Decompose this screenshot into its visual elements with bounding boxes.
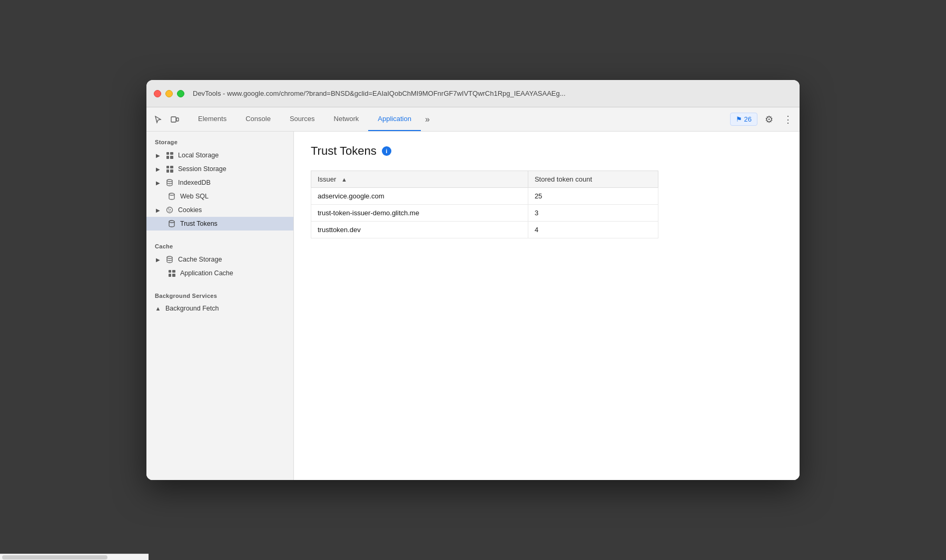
- arrow-up-icon: ▲: [155, 305, 161, 312]
- issuer-cell: adservice.google.com: [311, 188, 528, 205]
- sidebar-item-label: Cache Storage: [178, 256, 222, 263]
- info-icon[interactable]: i: [382, 146, 391, 156]
- issuer-cell: trust-token-issuer-demo.glitch.me: [311, 205, 528, 222]
- cursor-icon[interactable]: [151, 112, 165, 127]
- table-row[interactable]: trusttoken.dev 4: [311, 222, 658, 238]
- svg-point-2: [167, 179, 172, 182]
- arrow-right-icon: ▶: [155, 166, 161, 172]
- sidebar-item-label: Background Fetch: [165, 305, 219, 312]
- devtools-window: DevTools - www.google.com/chrome/?brand=…: [146, 80, 800, 480]
- db-trust-icon: [167, 219, 176, 228]
- main-area: Storage ▶ Local Storage ▶ Session Storag…: [146, 132, 800, 480]
- db-icon: [165, 178, 174, 187]
- cache-section-label: Cache: [146, 236, 293, 253]
- arrow-right-icon: ▶: [155, 179, 161, 186]
- more-tabs-button[interactable]: »: [421, 107, 434, 131]
- tabs-container: Elements Console Sources Network Applica…: [189, 107, 730, 131]
- settings-button[interactable]: ⚙: [762, 112, 776, 127]
- tab-elements[interactable]: Elements: [189, 107, 236, 131]
- sidebar-item-session-storage[interactable]: ▶ Session Storage: [146, 162, 293, 176]
- arrow-right-icon: ▶: [155, 207, 161, 213]
- maximize-button[interactable]: [177, 90, 184, 97]
- count-cell: 4: [528, 222, 658, 238]
- svg-point-5: [168, 208, 169, 209]
- issues-count: 26: [744, 115, 752, 123]
- svg-point-9: [169, 221, 174, 223]
- table-row[interactable]: trust-token-issuer-demo.glitch.me 3: [311, 205, 658, 222]
- titlebar: DevTools - www.google.com/chrome/?brand=…: [146, 80, 800, 107]
- traffic-lights: [154, 90, 184, 97]
- issuer-cell: trusttoken.dev: [311, 222, 528, 238]
- svg-point-3: [169, 193, 174, 195]
- arrow-right-icon: ▶: [155, 152, 161, 158]
- count-cell: 3: [528, 205, 658, 222]
- sidebar-item-label: IndexedDB: [178, 179, 211, 186]
- storage-section-label: Storage: [146, 132, 293, 148]
- sidebar: Storage ▶ Local Storage ▶ Session Storag…: [146, 132, 294, 480]
- sidebar-item-label: Cookies: [178, 206, 202, 214]
- issues-icon: ⚑: [736, 115, 742, 123]
- page-title-row: Trust Tokens i: [311, 144, 783, 158]
- app-cache-grid-icon: [167, 269, 176, 277]
- grid-icon: [165, 151, 174, 159]
- tab-sources[interactable]: Sources: [280, 107, 324, 131]
- toolbar-icons: [151, 112, 182, 127]
- window-title: DevTools - www.google.com/chrome/?brand=…: [193, 89, 792, 97]
- sidebar-item-label: Application Cache: [180, 269, 233, 277]
- tab-application[interactable]: Application: [368, 107, 421, 131]
- page-title: Trust Tokens: [311, 144, 377, 158]
- svg-point-10: [167, 256, 172, 258]
- sidebar-item-trust-tokens[interactable]: Trust Tokens: [146, 217, 293, 231]
- sidebar-item-web-sql[interactable]: Web SQL: [146, 189, 293, 203]
- tab-network[interactable]: Network: [324, 107, 369, 131]
- tab-console[interactable]: Console: [236, 107, 280, 131]
- cookie-icon: [165, 206, 174, 214]
- count-cell: 25: [528, 188, 658, 205]
- sidebar-item-label: Session Storage: [178, 165, 226, 173]
- trust-tokens-table: Issuer ▲ Stored token count adservice.go…: [311, 171, 658, 238]
- svg-point-6: [170, 209, 171, 210]
- devtools-container: Elements Console Sources Network Applica…: [146, 107, 800, 480]
- svg-point-4: [167, 207, 173, 213]
- issues-badge[interactable]: ⚑ 26: [730, 113, 757, 126]
- sidebar-item-local-storage[interactable]: ▶ Local Storage: [146, 148, 293, 162]
- grid-icon: [165, 165, 174, 173]
- sidebar-item-cookies[interactable]: ▶ Cookies: [146, 203, 293, 217]
- sidebar-item-background-fetch[interactable]: ▲ Background Fetch: [146, 302, 293, 315]
- sidebar-item-cache-storage[interactable]: ▶ Cache Storage: [146, 253, 293, 266]
- cache-db-icon: [165, 255, 174, 264]
- table-row[interactable]: adservice.google.com 25: [311, 188, 658, 205]
- content-area: Trust Tokens i Issuer ▲ Stored token cou…: [294, 132, 800, 480]
- sort-arrow-icon: ▲: [341, 176, 347, 183]
- bg-services-section-label: Background Services: [146, 285, 293, 302]
- db-single-icon: [167, 192, 176, 201]
- minimize-button[interactable]: [165, 90, 173, 97]
- sidebar-item-indexed-db[interactable]: ▶ IndexedDB: [146, 176, 293, 189]
- arrow-right-icon: ▶: [155, 256, 161, 263]
- devtools-toolbar: Elements Console Sources Network Applica…: [146, 107, 800, 132]
- svg-rect-1: [176, 118, 179, 121]
- sidebar-item-label: Web SQL: [180, 193, 209, 200]
- svg-rect-0: [171, 117, 176, 122]
- device-toggle-icon[interactable]: [167, 112, 182, 127]
- svg-point-8: [170, 211, 171, 212]
- more-options-button[interactable]: ⋮: [781, 112, 795, 127]
- close-button[interactable]: [154, 90, 161, 97]
- toolbar-right: ⚑ 26 ⚙ ⋮: [730, 112, 795, 127]
- col-header-count[interactable]: Stored token count: [528, 171, 658, 188]
- sidebar-item-application-cache[interactable]: Application Cache: [146, 266, 293, 280]
- svg-point-7: [169, 211, 170, 212]
- sidebar-item-label: Local Storage: [178, 152, 219, 159]
- sidebar-item-label: Trust Tokens: [180, 220, 218, 227]
- col-header-issuer[interactable]: Issuer ▲: [311, 171, 528, 188]
